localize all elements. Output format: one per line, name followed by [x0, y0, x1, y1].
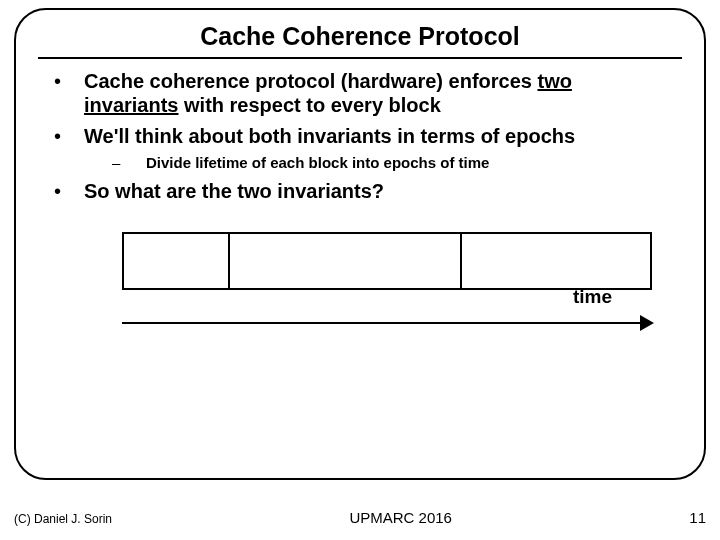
- page-number: 11: [689, 509, 706, 526]
- bullet-1-post: with respect to every block: [178, 94, 440, 116]
- axis-line: [122, 322, 652, 324]
- bullet-3: • So what are the two invariants?: [54, 179, 670, 203]
- bullet-2: • We'll think about both invariants in t…: [54, 124, 670, 148]
- time-axis: [122, 314, 652, 334]
- copyright: (C) Daniel J. Sorin: [14, 512, 112, 526]
- venue: UPMARC 2016: [112, 509, 689, 526]
- bullet-dot-icon: •: [54, 124, 84, 148]
- title-rule: [38, 57, 682, 59]
- epoch-diagram: time: [122, 232, 652, 334]
- footer: (C) Daniel J. Sorin UPMARC 2016 11: [14, 509, 706, 526]
- epoch-box-3: [462, 234, 650, 288]
- subbullet-1-text: Divide lifetime of each block into epoch…: [146, 154, 489, 171]
- bullet-dot-icon: •: [54, 179, 84, 203]
- slide-frame: Cache Coherence Protocol • Cache coheren…: [14, 8, 706, 480]
- bullet-1: • Cache coherence protocol (hardware) en…: [54, 69, 670, 118]
- dash-icon: –: [112, 154, 146, 171]
- bullet-2-text: We'll think about both invariants in ter…: [84, 124, 670, 148]
- bullet-3-text: So what are the two invariants?: [84, 179, 670, 203]
- arrow-right-icon: [640, 315, 654, 331]
- slide-title: Cache Coherence Protocol: [16, 22, 704, 51]
- epoch-box-2: [230, 234, 462, 288]
- axis-label: time: [573, 286, 612, 308]
- epoch-boxes: [122, 232, 652, 290]
- bullet-1-pre: Cache coherence protocol (hardware) enfo…: [84, 70, 537, 92]
- subbullet-1: – Divide lifetime of each block into epo…: [54, 154, 670, 171]
- epoch-box-1: [124, 234, 230, 288]
- bullet-list: • Cache coherence protocol (hardware) en…: [16, 69, 704, 334]
- bullet-1-text: Cache coherence protocol (hardware) enfo…: [84, 69, 670, 118]
- bullet-dot-icon: •: [54, 69, 84, 118]
